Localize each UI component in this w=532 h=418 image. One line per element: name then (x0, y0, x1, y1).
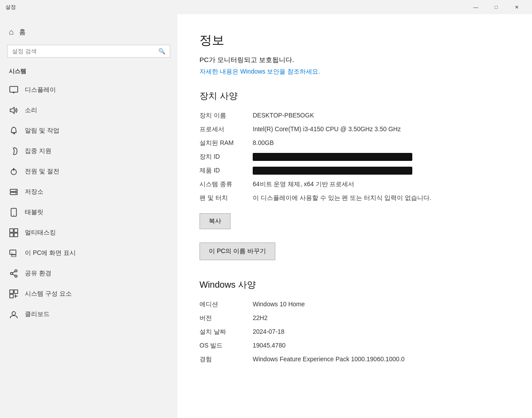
info-label: 장치 ID (200, 152, 253, 161)
windows-section-title: Windows 사양 (200, 279, 510, 291)
svg-line-24 (13, 274, 15, 275)
maximize-button[interactable]: □ (486, 0, 506, 14)
info-label: 에디션 (200, 300, 253, 309)
content-area: 정보 PC가 모니터링되고 보호됩니다. 자세한 내용은 Windows 보안을… (177, 14, 532, 418)
sidebar-item-power[interactable]: 전원 및 절전 (0, 161, 177, 182)
sidebar-item-label-power: 전원 및 절전 (25, 168, 59, 176)
svg-rect-18 (12, 255, 16, 257)
focus-icon (9, 146, 19, 156)
info-label: 설치 날짜 (200, 327, 253, 336)
search-input[interactable] (12, 48, 158, 55)
info-label: OS 빌드 (200, 341, 253, 350)
redacted-value (253, 153, 412, 161)
sidebar-nav: 디스플레이소리알림 및 작업집중 지원전원 및 절전저장소태블릿멀티태스킹이 P… (0, 80, 177, 324)
copy-button-wrapper: 복사 (200, 213, 510, 234)
svg-rect-17 (10, 250, 16, 254)
window-title: 설정 (5, 4, 16, 11)
info-value: 2024-07-18 (253, 327, 510, 336)
info-label: 펜 및 터치 (200, 193, 253, 203)
notifications-icon (9, 126, 19, 136)
table-row: 경험Windows Feature Experience Pack 1000.1… (200, 355, 510, 364)
info-value: 64비트 운영 체제, x64 기반 프로세서 (253, 180, 510, 189)
home-label: 홈 (19, 28, 26, 36)
sidebar-item-sharing[interactable]: 공유 환경 (0, 263, 177, 284)
sidebar-item-label-storage: 저장소 (25, 188, 43, 196)
sidebar-item-label-sound: 소리 (25, 106, 37, 114)
svg-rect-16 (14, 233, 18, 237)
info-label: 장치 이름 (200, 111, 253, 120)
table-row: 시스템 종류64비트 운영 체제, x64 기반 프로세서 (200, 180, 510, 189)
clipboard-icon (9, 309, 19, 319)
info-label: 설치된 RAM (200, 138, 253, 148)
table-row: 제품 ID (200, 166, 510, 175)
svg-point-21 (15, 275, 17, 277)
sidebar-item-tablet[interactable]: 태블릿 (0, 202, 177, 223)
svg-point-30 (12, 312, 16, 315)
security-status-text: PC가 모니터링되고 보호됩니다. (200, 56, 510, 64)
sidebar-item-multitasking[interactable]: 멀티태스킹 (0, 223, 177, 243)
sidebar-item-label-tablet: 태블릿 (25, 208, 43, 216)
minimize-button[interactable]: — (466, 0, 486, 14)
device-section-title: 장치 사양 (200, 90, 510, 102)
svg-rect-26 (14, 290, 18, 293)
sidebar-item-label-notifications: 알림 및 작업 (25, 127, 59, 135)
storage-icon (9, 187, 19, 197)
sidebar-item-display[interactable]: 디스플레이 (0, 80, 177, 100)
info-value (253, 152, 510, 161)
display-icon (9, 85, 19, 95)
window-controls: — □ ✕ (466, 0, 527, 14)
table-row: 설치 날짜2024-07-18 (200, 327, 510, 336)
svg-point-9 (16, 190, 16, 191)
search-box[interactable]: 🔍 (7, 45, 170, 58)
sidebar-item-label-clipboard: 클리보드 (25, 310, 50, 318)
rename-button-wrapper: 이 PC의 이름 바꾸기 (200, 242, 510, 274)
svg-point-22 (11, 273, 13, 275)
svg-rect-25 (10, 290, 13, 293)
close-button[interactable]: ✕ (506, 0, 527, 14)
svg-point-20 (15, 270, 17, 272)
search-icon: 🔍 (158, 48, 165, 55)
security-link[interactable]: 자세한 내용은 Windows 보안을 참조하세요. (200, 68, 510, 76)
project-icon (9, 248, 19, 258)
rename-button[interactable]: 이 PC의 이름 바꾸기 (200, 242, 275, 260)
sidebar-item-focus[interactable]: 집중 지원 (0, 141, 177, 161)
svg-rect-13 (10, 229, 13, 232)
page-title: 정보 (200, 32, 510, 49)
sidebar-item-sound[interactable]: 소리 (0, 100, 177, 121)
sidebar-section-title: 시스템 (0, 65, 177, 80)
info-value: Windows Feature Experience Pack 1000.190… (253, 355, 510, 364)
table-row: 장치 이름DESKTOP-PBE5OGK (200, 111, 510, 120)
sidebar-item-sysinfo[interactable]: 시스템 구성 요소 (0, 284, 177, 304)
sharing-icon (9, 269, 19, 278)
table-row: 펜 및 터치이 디스플레이에 사용할 수 있는 펜 또는 터치식 입력이 없습니… (200, 193, 510, 203)
table-row: 장치 ID (200, 152, 510, 161)
sidebar-item-label-sharing: 공유 환경 (25, 270, 51, 277)
titlebar: 설정 — □ ✕ (0, 0, 532, 14)
table-row: 설치된 RAM8.00GB (200, 138, 510, 148)
sidebar-home[interactable]: ⌂ 홈 (0, 23, 177, 41)
table-row: 프로세서Intel(R) Core(TM) i3-4150 CPU @ 3.50… (200, 125, 510, 134)
info-label: 버전 (200, 313, 253, 323)
sidebar-item-notifications[interactable]: 알림 및 작업 (0, 121, 177, 141)
info-value: Windows 10 Home (253, 300, 510, 309)
power-icon (9, 167, 19, 176)
copy-button[interactable]: 복사 (200, 213, 231, 229)
info-value: 8.00GB (253, 138, 510, 148)
device-info-table: 장치 이름DESKTOP-PBE5OGK프로세서Intel(R) Core(TM… (200, 111, 510, 203)
info-value: 19045.4780 (253, 341, 510, 350)
info-label: 제품 ID (200, 166, 253, 175)
info-value: 이 디스플레이에 사용할 수 있는 펜 또는 터치식 입력이 없습니다. (253, 193, 510, 203)
sidebar-item-storage[interactable]: 저장소 (0, 182, 177, 202)
info-value: DESKTOP-PBE5OGK (253, 111, 510, 120)
sidebar-item-label-multitasking: 멀티태스킹 (25, 229, 56, 237)
svg-rect-15 (10, 233, 13, 237)
sound-icon (9, 105, 19, 115)
sidebar-item-project[interactable]: 이 PC에 화면 표시 (0, 243, 177, 263)
redacted-value (253, 167, 412, 175)
sidebar-item-label-sysinfo: 시스템 구성 요소 (25, 290, 72, 298)
info-label: 경험 (200, 355, 253, 364)
svg-point-10 (16, 193, 16, 194)
sidebar-item-clipboard[interactable]: 클리보드 (0, 304, 177, 324)
table-row: OS 빌드19045.4780 (200, 341, 510, 350)
home-icon: ⌂ (9, 27, 14, 37)
